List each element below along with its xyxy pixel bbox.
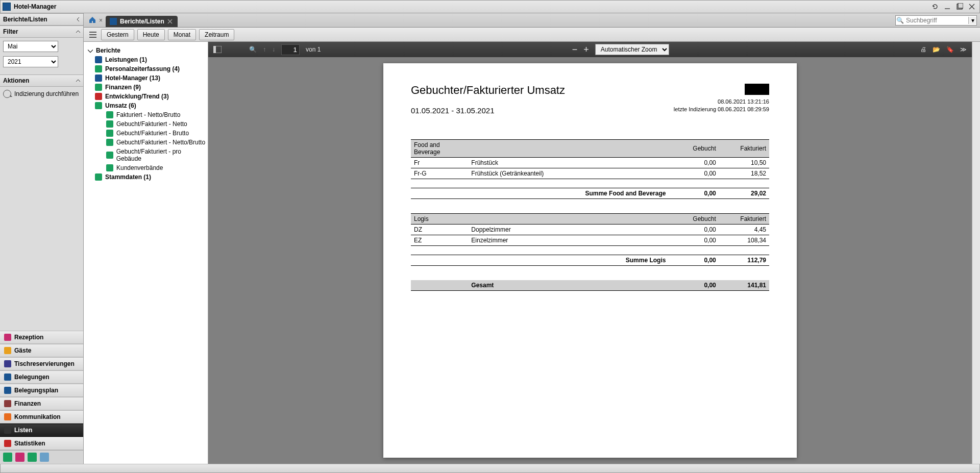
- tree-icon: [95, 56, 102, 63]
- tree-label: Umsatz (6): [105, 102, 136, 109]
- nav-label: Statistiken: [14, 440, 45, 447]
- tree-leaf-label: Gebucht/Fakturiert - Netto/Brutto: [116, 139, 205, 146]
- tab-berichte-listen[interactable]: Berichte/Listen: [106, 16, 178, 27]
- year-select[interactable]: 2021: [3, 56, 58, 67]
- btn-zeitraum[interactable]: Zeitraum: [199, 29, 234, 40]
- tree-item[interactable]: Stammdaten (1): [95, 172, 206, 182]
- nav-icon: [4, 360, 11, 367]
- sidebar-item-belegungen[interactable]: Belegungen: [0, 370, 83, 384]
- mini-icon-4[interactable]: [40, 453, 49, 462]
- print-icon[interactable]: 🖨: [920, 46, 926, 53]
- tree-item[interactable]: Hotel-Manager (13): [95, 73, 206, 83]
- tree-item[interactable]: Entwicklung/Trend (3): [95, 92, 206, 101]
- close-icon[interactable]: [966, 2, 977, 11]
- sidebar-item-statistiken[interactable]: Statistiken: [0, 437, 83, 450]
- tree-item[interactable]: Finanzen (9): [95, 83, 206, 92]
- menu-icon[interactable]: [88, 30, 98, 40]
- sidebar-item-listen[interactable]: Listen: [0, 424, 83, 437]
- zoom-in-icon[interactable]: +: [583, 44, 589, 55]
- table-row: DZDoppelzimmer0,004,45: [411, 225, 769, 235]
- tree-leaf[interactable]: Kundenverbände: [95, 163, 206, 172]
- nav-icon: [4, 413, 11, 420]
- sum-row: Summe Logis0,00112,79: [411, 255, 769, 266]
- tools-icon[interactable]: ≫: [960, 46, 967, 53]
- sidebar-section-header[interactable]: Berichte/Listen: [0, 13, 83, 26]
- zoom-select[interactable]: Automatischer Zoom: [595, 44, 669, 55]
- open-icon[interactable]: 📂: [933, 46, 940, 53]
- doc-toolbar: 🔍 ↑ ↓ von 1 − + Automatischer Zoom 🖨 📂 🔖…: [208, 42, 972, 57]
- month-select[interactable]: Mai: [3, 41, 58, 52]
- chevron-down-icon[interactable]: [88, 48, 93, 53]
- tree-leaf[interactable]: Gebucht/Fakturiert - Netto: [95, 119, 206, 129]
- home-tab[interactable]: [87, 14, 98, 26]
- tab-close-icon[interactable]: [167, 18, 174, 24]
- grand-total-row: Gesamt 0,00 141,81: [411, 280, 769, 291]
- toolbar: Gestern Heute Monat Zeitraum: [84, 28, 980, 42]
- zoom-out-icon[interactable]: −: [572, 44, 578, 55]
- nav-icon: [4, 427, 11, 434]
- action-index[interactable]: Indizierung durchführen: [0, 87, 83, 101]
- tree-leaf-label: Fakturiert - Netto/Brutto: [116, 111, 180, 118]
- sidebar-toggle-icon[interactable]: [213, 46, 222, 53]
- maximize-icon[interactable]: [954, 2, 965, 11]
- tree-label: Personalzeiterfassung (4): [105, 65, 180, 72]
- chevron-up-icon[interactable]: [76, 77, 80, 84]
- chevron-left-icon[interactable]: [76, 16, 80, 23]
- mini-icon-1[interactable]: [3, 453, 12, 462]
- search-input[interactable]: [904, 16, 968, 25]
- search-doc-icon[interactable]: 🔍: [249, 46, 257, 53]
- actions-header[interactable]: Aktionen: [0, 74, 83, 87]
- home-close[interactable]: ×: [99, 17, 103, 24]
- tree-root-node[interactable]: Berichte: [88, 46, 206, 55]
- tab-label: Berichte/Listen: [120, 18, 164, 25]
- filter-title: Filter: [3, 28, 18, 35]
- tab-icon: [110, 18, 117, 25]
- tree-icon: [106, 120, 113, 128]
- sidebar-item-gäste[interactable]: Gäste: [0, 344, 83, 357]
- page-input[interactable]: [281, 44, 300, 55]
- tree-item[interactable]: Umsatz (6): [95, 101, 206, 110]
- prev-page-icon[interactable]: ↑: [263, 46, 266, 53]
- tree-icon: [106, 152, 113, 159]
- tab-strip: × Berichte/Listen 🔍 ▾: [84, 13, 980, 28]
- nav-label: Finanzen: [14, 400, 41, 407]
- bookmark-icon[interactable]: 🔖: [946, 46, 954, 53]
- tree-leaf[interactable]: Gebucht/Fakturiert - pro Gebäude: [95, 147, 206, 163]
- chevron-up-icon[interactable]: [76, 28, 80, 35]
- sidebar-item-belegungsplan[interactable]: Belegungsplan: [0, 384, 83, 397]
- sidebar-item-tischreservierungen[interactable]: Tischreservierungen: [0, 357, 83, 370]
- btn-gestern[interactable]: Gestern: [101, 29, 134, 40]
- mini-icon-3[interactable]: [28, 453, 37, 462]
- tree-leaf[interactable]: Gebucht/Fakturiert - Netto/Brutto: [95, 138, 206, 147]
- tree-icon: [95, 93, 102, 100]
- tree-leaf[interactable]: Gebucht/Fakturiert - Brutto: [95, 129, 206, 138]
- tree-label: Entwicklung/Trend (3): [105, 93, 169, 100]
- filter-header[interactable]: Filter: [0, 26, 83, 38]
- tree-icon: [95, 84, 102, 91]
- sidebar-item-rezeption[interactable]: Rezeption: [0, 331, 83, 344]
- report-title: Gebuchter/Fakturierter Umsatz: [411, 84, 769, 97]
- btn-monat[interactable]: Monat: [168, 29, 196, 40]
- search-dropdown-icon[interactable]: ▾: [968, 17, 976, 24]
- doc-scroll[interactable]: 08.06.2021 13:21:16 letzte Indizierung 0…: [208, 57, 972, 464]
- tree-label: Leistungen (1): [105, 56, 147, 63]
- tree-item[interactable]: Leistungen (1): [95, 55, 206, 64]
- scrollbar-track[interactable]: [972, 42, 980, 464]
- tree-icon: [95, 102, 102, 109]
- mini-icon-2[interactable]: [15, 453, 24, 462]
- next-page-icon[interactable]: ↓: [272, 46, 275, 53]
- sidebar-item-kommunikation[interactable]: Kommunikation: [0, 410, 83, 424]
- btn-heute[interactable]: Heute: [137, 29, 165, 40]
- tree-leaf[interactable]: Fakturiert - Netto/Brutto: [95, 110, 206, 119]
- tree-leaf-label: Kundenverbände: [116, 164, 163, 171]
- sidebar-item-finanzen[interactable]: Finanzen: [0, 397, 83, 410]
- refresh-window-icon[interactable]: [929, 2, 941, 11]
- tree-icon: [95, 173, 102, 181]
- minimize-icon[interactable]: [942, 2, 953, 11]
- main: × Berichte/Listen 🔍 ▾ Gestern Heute Mona…: [84, 13, 980, 464]
- nav-label: Belegungen: [14, 374, 50, 381]
- tree-item[interactable]: Personalzeiterfassung (4): [95, 64, 206, 73]
- titlebar: Hotel-Manager: [0, 0, 980, 13]
- app-icon: [3, 3, 11, 11]
- nav-icon: [4, 440, 11, 447]
